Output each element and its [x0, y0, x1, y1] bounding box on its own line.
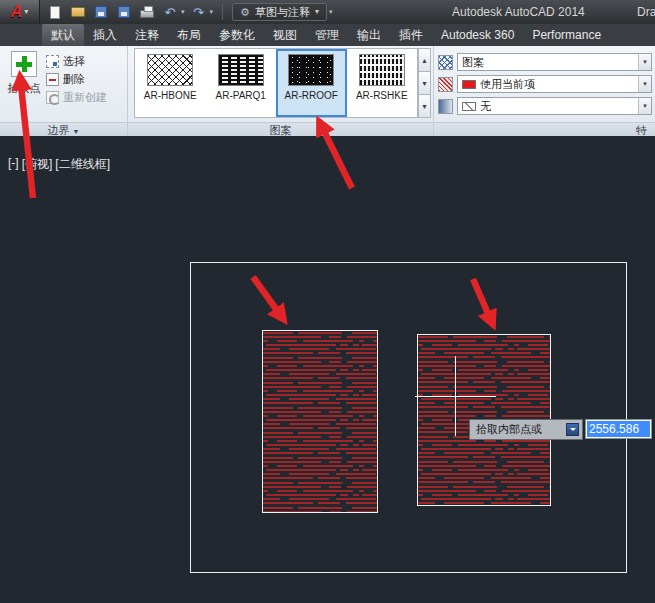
document-title: Dra — [637, 5, 655, 19]
hatch-color-icon — [438, 77, 453, 92]
remove-boundary-icon — [46, 73, 59, 86]
workspace-switcher[interactable]: ⚙ 草图与注释 ▾ — [232, 3, 327, 21]
save-as-icon[interactable] — [115, 3, 133, 21]
gear-icon: ⚙ — [240, 7, 250, 18]
hatch-color-value: 使用当前项 — [480, 77, 535, 92]
properties-panel-label: 特性 — [434, 122, 655, 136]
viewport-minimize-control[interactable]: [-] — [8, 156, 19, 173]
remove-boundary-label: 删除 — [63, 72, 85, 87]
new-file-icon[interactable] — [46, 3, 64, 21]
tooltip-text: 拾取内部点或 — [476, 422, 542, 437]
tab-annotate[interactable]: 注释 — [126, 24, 168, 46]
tab-insert[interactable]: 插入 — [84, 24, 126, 46]
pattern-panel-label: 图案 — [128, 122, 433, 136]
tab-performance[interactable]: Performance — [523, 24, 610, 46]
chevron-down-icon: ▾ — [638, 54, 651, 70]
autocad-window: A ▾ ↶ ▾ ↷ ▾ ⚙ 草图与注释 ▾ ▾ Autodesk AutoCAD… — [0, 0, 655, 603]
boundary-rectangle[interactable] — [190, 262, 627, 573]
pattern-name: AR-RSHKE — [347, 90, 418, 101]
select-objects-button[interactable]: 选择 — [46, 54, 85, 69]
crosshair-horizontal — [415, 396, 496, 397]
tab-view[interactable]: 视图 — [264, 24, 306, 46]
qat-customize-arrow-icon[interactable]: ▾ — [329, 8, 333, 16]
pattern-item-ar-hbone[interactable]: AR-HBONE — [135, 49, 206, 117]
pattern-item-ar-rshke[interactable]: AR-RSHKE — [347, 49, 418, 117]
viewport-view-control[interactable]: [俯视] — [22, 156, 53, 173]
tab-default[interactable]: 默认 — [42, 24, 84, 46]
dynamic-input-options-icon — [566, 423, 579, 436]
boundary-panel-label[interactable]: 边界▼ — [0, 122, 127, 136]
coordinate-value: 2556.586 — [587, 421, 650, 437]
tab-layout[interactable]: 布局 — [168, 24, 210, 46]
hatch-type-value: 图案 — [462, 55, 484, 70]
quick-access-toolbar: ↶ ▾ ↷ ▾ ⚙ 草图与注释 ▾ ▾ — [46, 3, 332, 21]
gallery-scrollbar: ▲ ▼ ▼ — [418, 48, 431, 118]
pattern-item-ar-rroof[interactable]: AR-RROOF — [276, 49, 347, 117]
recreate-boundary-icon — [46, 91, 59, 104]
hatched-rectangle-left[interactable] — [262, 330, 378, 513]
chevron-down-icon: ▾ — [638, 76, 651, 92]
redo-icon[interactable]: ↷ — [190, 3, 208, 21]
pattern-swatch-ar-rroof — [288, 54, 334, 86]
pattern-panel: AR-HBONE AR-PARQ1 AR-RROOF AR-RSHKE — [128, 46, 434, 136]
title-bar: A ▾ ↶ ▾ ↷ ▾ ⚙ 草图与注释 ▾ ▾ Autodesk AutoCAD… — [0, 0, 655, 24]
viewport-visualstyle-control[interactable]: [二维线框] — [55, 156, 110, 173]
redo-dropdown-arrow-icon[interactable]: ▾ — [210, 8, 214, 16]
select-objects-icon — [46, 55, 59, 68]
pattern-swatch-ar-rshke — [359, 54, 405, 86]
hatch-pattern-gallery: AR-HBONE AR-PARQ1 AR-RROOF AR-RSHKE — [134, 48, 418, 118]
gallery-scroll-up-icon[interactable]: ▲ — [418, 48, 431, 72]
pattern-swatch-ar-hbone — [147, 54, 193, 86]
dynamic-input-tooltip: 拾取内部点或 — [469, 419, 583, 440]
hatch-type-icon — [438, 55, 453, 70]
hatch-type-dropdown[interactable]: 图案 ▾ — [457, 53, 652, 71]
red-color-swatch — [462, 80, 476, 89]
background-color-icon — [438, 99, 453, 114]
recreate-boundary-button[interactable]: 重新创建 — [46, 90, 107, 105]
pattern-swatch-ar-parq1 — [218, 54, 264, 86]
tab-parametric[interactable]: 参数化 — [210, 24, 264, 46]
pattern-name: AR-HBONE — [135, 90, 206, 101]
plot-icon[interactable] — [138, 3, 156, 21]
properties-panel: 图案 ▾ 使用当前项 ▾ 无 — [434, 46, 655, 136]
application-menu-arrow-icon: ▾ — [24, 8, 28, 16]
gallery-scroll-down-icon[interactable]: ▼ — [418, 71, 431, 95]
workspace-dropdown-arrow-icon: ▾ — [315, 8, 319, 16]
gallery-expand-icon[interactable]: ▼ — [418, 94, 431, 118]
app-title: Autodesk AutoCAD 2014 — [452, 5, 585, 19]
viewport-controls: [-] [俯视] [二维线框] — [8, 156, 110, 173]
pick-points-plus-icon — [11, 51, 37, 77]
background-color-value: 无 — [480, 99, 491, 114]
pattern-name: AR-PARQ1 — [206, 90, 277, 101]
panel-flyout-arrow-icon: ▼ — [73, 128, 80, 135]
ribbon: 拾取点 选择 删除 重新创建 边界▼ — [0, 46, 655, 136]
toolbar-separator — [222, 4, 223, 20]
autocad-logo: A — [11, 4, 23, 20]
tab-manage[interactable]: 管理 — [306, 24, 348, 46]
select-objects-label: 选择 — [63, 54, 85, 69]
save-icon[interactable] — [92, 3, 110, 21]
undo-dropdown-arrow-icon[interactable]: ▾ — [181, 8, 185, 16]
pick-points-button[interactable]: 拾取点 — [5, 49, 43, 119]
workspace-label: 草图与注释 — [255, 5, 310, 20]
tab-autodesk-360[interactable]: Autodesk 360 — [432, 24, 523, 46]
pick-points-label: 拾取点 — [5, 81, 43, 96]
hatch-color-dropdown[interactable]: 使用当前项 ▾ — [457, 75, 652, 93]
remove-boundary-button[interactable]: 删除 — [46, 72, 85, 87]
tab-plugins[interactable]: 插件 — [390, 24, 432, 46]
application-menu-button[interactable]: A ▾ — [0, 0, 40, 24]
dynamic-input-field[interactable]: 2556.586 — [585, 419, 652, 439]
background-color-dropdown[interactable]: 无 ▾ — [457, 97, 652, 115]
ribbon-tab-bar: 默认 插入 注释 布局 参数化 视图 管理 输出 插件 Autodesk 360… — [0, 24, 655, 46]
boundary-panel: 拾取点 选择 删除 重新创建 边界▼ — [0, 46, 128, 136]
recreate-boundary-label: 重新创建 — [63, 90, 107, 105]
none-color-swatch — [462, 102, 476, 111]
drawing-canvas[interactable]: [-] [俯视] [二维线框] 拾取内部点或 2556.586 — [0, 136, 655, 603]
undo-icon[interactable]: ↶ — [161, 3, 179, 21]
chevron-down-icon: ▾ — [638, 98, 651, 114]
pattern-item-ar-parq1[interactable]: AR-PARQ1 — [206, 49, 277, 117]
tab-output[interactable]: 输出 — [348, 24, 390, 46]
open-file-icon[interactable] — [69, 3, 87, 21]
pattern-name: AR-RROOF — [276, 90, 347, 101]
